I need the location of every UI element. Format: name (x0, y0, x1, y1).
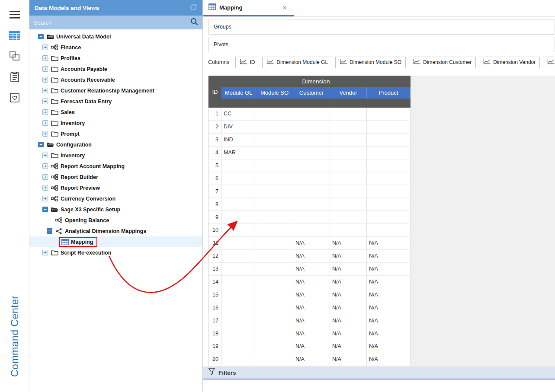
column-chip[interactable]: ID (235, 57, 259, 68)
grid-cell[interactable]: N/A (330, 353, 367, 366)
grid-cell[interactable] (256, 224, 293, 237)
modules-icon[interactable] (6, 48, 23, 65)
grid-cell[interactable] (256, 211, 293, 224)
tree-item[interactable]: +Script Re-execution (29, 247, 202, 258)
grid-cell[interactable] (367, 108, 411, 121)
tree-item[interactable]: +Finance (29, 42, 202, 53)
tree-item[interactable]: +Inventory (29, 118, 202, 128)
grid-cell[interactable]: N/A (367, 276, 411, 289)
grid-cell[interactable] (221, 314, 256, 327)
expand-plus-icon[interactable]: + (42, 131, 48, 137)
tab-mapping[interactable]: Mapping ✕ (203, 0, 294, 16)
grid-cell[interactable] (293, 224, 330, 237)
grid-header-module-so[interactable]: Module SO (256, 87, 293, 99)
grid-cell[interactable] (367, 147, 411, 159)
grid-cell[interactable] (293, 185, 330, 198)
data-views-icon[interactable] (6, 27, 23, 44)
grid-cell[interactable] (256, 121, 293, 134)
search-input[interactable] (34, 19, 190, 26)
grid-cell[interactable]: N/A (367, 314, 411, 327)
grid-cell[interactable] (367, 224, 411, 237)
grid-cell[interactable]: N/A (293, 327, 330, 340)
tree-item[interactable]: +Report Preview (29, 182, 202, 193)
columns-dropzone[interactable]: Columns IDDimension Module GLDimension M… (208, 54, 555, 70)
expand-plus-icon[interactable]: + (42, 250, 48, 255)
pivots-dropzone[interactable]: Pivots (208, 37, 555, 52)
tree-item[interactable]: +Prompt (29, 128, 202, 139)
grid-cell[interactable] (293, 121, 330, 134)
grid-cell[interactable] (367, 134, 411, 147)
column-chip[interactable]: Dimension Module SO (335, 57, 406, 68)
column-chip[interactable]: Dimension Module GL (262, 57, 332, 68)
expand-plus-icon[interactable]: + (42, 174, 48, 180)
grid-cell[interactable] (330, 185, 367, 198)
grid-header-customer[interactable]: Customer (293, 87, 330, 99)
tree-item[interactable]: +Report Account Mapping (29, 161, 202, 172)
grid-cell[interactable] (221, 276, 256, 289)
grid-cell[interactable] (221, 159, 256, 172)
grid-cell[interactable] (293, 198, 330, 211)
expand-plus-icon[interactable]: + (42, 88, 48, 93)
grid-cell[interactable]: N/A (367, 263, 411, 276)
grid-cell[interactable] (221, 327, 256, 340)
refresh-icon[interactable] (189, 3, 197, 13)
grid-cell[interactable]: N/A (367, 327, 411, 340)
package-icon[interactable] (6, 89, 23, 106)
grid-cell[interactable] (221, 172, 256, 185)
grid-cell[interactable] (367, 185, 411, 198)
grid-cell[interactable] (256, 327, 293, 340)
tree-item[interactable]: −Configuration (29, 139, 202, 150)
grid-cell[interactable]: N/A (293, 276, 330, 289)
grid-cell[interactable] (221, 263, 256, 276)
grid-cell[interactable] (221, 288, 256, 301)
grid-cell[interactable] (330, 108, 367, 121)
grid-cell[interactable] (367, 198, 411, 211)
grid-header-module-gl[interactable]: Module GL (221, 87, 256, 99)
grid-cell[interactable] (256, 237, 293, 250)
expand-plus-icon[interactable]: + (42, 45, 48, 50)
grid-header-id[interactable]: ID (209, 76, 221, 108)
column-chip[interactable]: Dimension Product (543, 57, 555, 68)
tree-item[interactable]: −Universal Data Model (29, 31, 202, 42)
grid-cell[interactable] (330, 159, 367, 172)
grid-cell[interactable]: N/A (330, 288, 367, 301)
grid-cell[interactable] (221, 237, 256, 250)
tree-item[interactable]: +Inventory (29, 150, 202, 161)
grid-cell[interactable]: DIV (221, 121, 256, 134)
grid-cell[interactable]: N/A (330, 340, 367, 353)
grid-cell[interactable]: N/A (293, 340, 330, 353)
grid-cell[interactable] (256, 250, 293, 263)
tree-item[interactable]: +Currency Conversion (29, 193, 202, 204)
grid-cell[interactable] (221, 250, 256, 263)
tree-item[interactable]: Mapping (29, 236, 202, 247)
hamburger-menu-icon[interactable] (6, 6, 23, 23)
expand-plus-icon[interactable]: + (42, 120, 48, 126)
grid-header-product[interactable]: Product (367, 87, 411, 99)
grid-cell[interactable] (221, 340, 256, 353)
tree-item[interactable]: −Sage X3 Specific Setup (29, 204, 202, 215)
tree-item[interactable]: +Accounts Receivable (29, 74, 202, 85)
grid-cell[interactable] (221, 198, 256, 211)
filters-bar[interactable]: Filters (203, 367, 555, 379)
grid-cell[interactable]: N/A (330, 237, 367, 250)
grid-cell[interactable] (367, 159, 411, 172)
grid-cell[interactable] (330, 224, 367, 237)
grid-cell[interactable] (256, 340, 293, 353)
tree-item[interactable]: +Accounts Payable (29, 64, 202, 74)
grid-cell[interactable]: N/A (367, 353, 411, 366)
grid-cell[interactable] (367, 172, 411, 185)
grid-cell[interactable] (256, 198, 293, 211)
checklist-icon[interactable] (6, 68, 23, 86)
grid-cell[interactable] (293, 172, 330, 185)
grid-cell[interactable] (256, 263, 293, 276)
grid-cell[interactable]: MAR (221, 147, 256, 159)
expand-plus-icon[interactable]: + (42, 55, 48, 61)
tree-item[interactable]: +Sales (29, 107, 202, 118)
grid-cell[interactable]: N/A (330, 276, 367, 289)
grid-cell[interactable]: N/A (330, 301, 367, 314)
search-icon[interactable] (190, 18, 198, 27)
collapse-minus-icon[interactable]: − (47, 228, 52, 234)
grid-cell[interactable] (330, 121, 367, 134)
grid-cell[interactable]: N/A (293, 288, 330, 301)
grid-cell[interactable] (256, 147, 293, 159)
